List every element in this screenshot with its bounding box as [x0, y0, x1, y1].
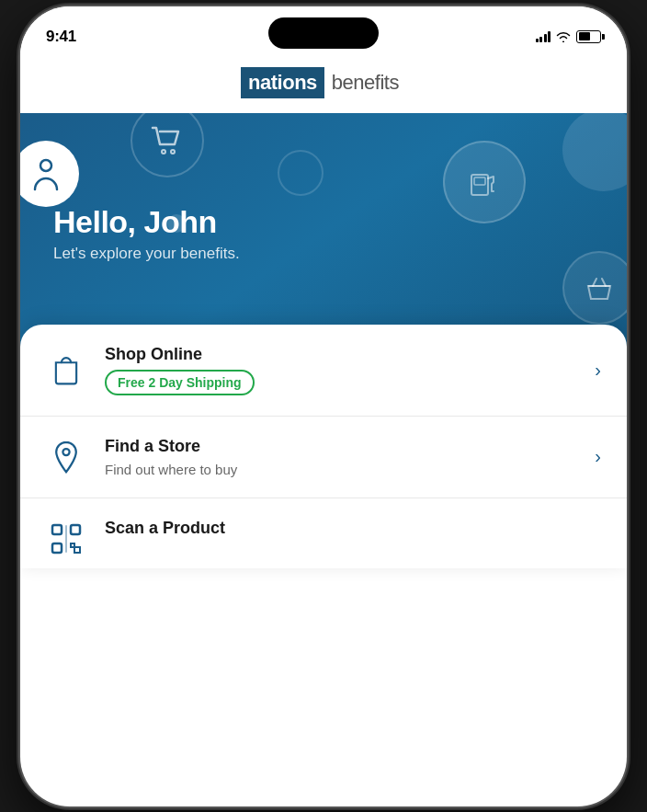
- svg-point-6: [62, 449, 69, 455]
- svg-point-0: [162, 150, 165, 154]
- cart-icon: [151, 126, 184, 155]
- scan-icon-wrapper: [46, 519, 86, 559]
- scan-product-content: Scan a Product: [105, 519, 601, 543]
- hero-person-circle: [20, 141, 79, 207]
- location-pin-icon-wrapper: [46, 437, 86, 477]
- shop-online-content: Shop Online Free 2 Day Shipping: [105, 345, 576, 395]
- battery-icon: [576, 30, 601, 43]
- shopping-bag-icon: [50, 353, 83, 386]
- basket-icon: [581, 269, 618, 306]
- svg-rect-9: [52, 543, 62, 553]
- find-store-content: Find a Store Find out where to buy: [105, 437, 576, 477]
- hero-greeting: Hello, John Let's explore your benefits.: [53, 205, 594, 263]
- phone-frame: 9:41 nations benefits: [20, 6, 627, 806]
- find-store-title: Find a Store: [105, 437, 576, 456]
- app-header: nations benefits: [20, 56, 627, 113]
- find-store-chevron: ›: [595, 446, 601, 467]
- find-store-subtitle: Find out where to buy: [105, 462, 576, 477]
- find-store-card[interactable]: Find a Store Find out where to buy ›: [20, 417, 627, 498]
- hero-title: Hello, John: [53, 205, 594, 239]
- app-logo: nations benefits: [241, 67, 406, 98]
- shopping-bag-icon-wrapper: [46, 349, 86, 390]
- signal-bars-icon: [536, 31, 551, 42]
- shop-online-chevron: ›: [595, 360, 601, 381]
- shop-online-title: Shop Online: [105, 345, 576, 364]
- cards-section: Shop Online Free 2 Day Shipping › Find a…: [20, 325, 627, 568]
- location-pin-icon: [50, 440, 83, 474]
- logo-benefits: benefits: [324, 67, 406, 98]
- gas-station-icon: [464, 162, 505, 202]
- svg-point-1: [171, 150, 175, 154]
- person-icon: [30, 156, 62, 191]
- svg-rect-8: [71, 525, 80, 534]
- scan-product-card[interactable]: Scan a Product: [20, 498, 627, 568]
- svg-rect-3: [474, 177, 485, 185]
- scan-product-title: Scan a Product: [105, 519, 601, 538]
- shop-online-card[interactable]: Shop Online Free 2 Day Shipping ›: [20, 325, 627, 417]
- svg-rect-7: [52, 525, 62, 534]
- scan-icon: [50, 522, 83, 555]
- hero-section: Hello, John Let's explore your benefits.: [20, 113, 627, 352]
- hero-glow: [562, 113, 627, 191]
- status-time: 9:41: [46, 28, 76, 46]
- hero-subtitle: Let's explore your benefits.: [53, 245, 594, 263]
- shop-online-badge: Free 2 Day Shipping: [105, 370, 255, 395]
- logo-nations: nations: [241, 67, 324, 98]
- svg-point-5: [40, 160, 51, 171]
- wifi-icon: [556, 31, 571, 42]
- status-icons: [536, 30, 602, 43]
- dynamic-island: [268, 17, 379, 49]
- hero-cart-circle: [131, 113, 204, 177]
- hero-dot-circle: [278, 150, 324, 196]
